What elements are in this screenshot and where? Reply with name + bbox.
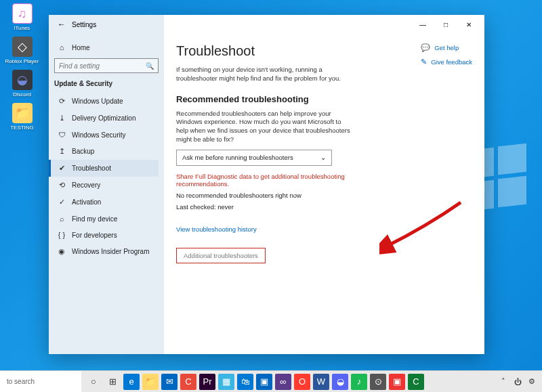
sidebar-item-troubleshoot[interactable]: ✔Troubleshoot — [49, 160, 159, 177]
help-icon: 💬 — [421, 43, 430, 52]
premiere-icon[interactable]: Pr — [199, 374, 215, 390]
right-links: 💬Get help ✎Give feedback — [421, 43, 472, 72]
no-recommended-text: No recommended troubleshooters right now — [176, 192, 472, 199]
give-feedback-link[interactable]: ✎Give feedback — [421, 58, 472, 66]
sidebar-item-find-my-device[interactable]: ⌕Find my device — [54, 211, 159, 227]
app3-icon[interactable]: ▣ — [389, 374, 405, 390]
steam-icon[interactable]: ⊙ — [370, 374, 386, 390]
desktop-icon-itunes[interactable]: ♫iTunes — [3, 3, 41, 31]
calc-icon[interactable]: ▦ — [218, 374, 234, 390]
troubleshoot-preference-select[interactable]: Ask me before running troubleshooters ⌄ — [176, 150, 332, 166]
last-checked-text: Last checked: never — [176, 203, 472, 211]
desktop: ♫iTunes ◇Roblox Player ◒Discord 📁TESTING — [3, 3, 41, 136]
window-title: Settings — [72, 21, 96, 28]
taskbar: ○ ⊞ e 📁 ✉ C Pr ▦ 🛍 ▣ ∞ O W ◒ ♪ ⊙ ▣ C ˄ ⏻… — [0, 370, 542, 392]
select-value: Ask me before running troubleshooters — [182, 154, 293, 161]
taskbar-search[interactable] — [0, 371, 81, 392]
sidebar-item-backup[interactable]: ↥Backup — [54, 143, 159, 160]
sidebar-item-label: Find my device — [72, 215, 117, 223]
activation-icon: ✓ — [57, 198, 66, 206]
sidebar-item-label: Troubleshoot — [72, 165, 111, 172]
shield-icon: 🛡 — [57, 131, 66, 139]
spotify-icon[interactable]: ♪ — [351, 374, 367, 390]
sync-icon: ⟳ — [57, 97, 66, 106]
developer-icon: { } — [57, 231, 66, 239]
additional-troubleshooters-link[interactable]: Additional troubleshooters — [176, 248, 266, 263]
opera-icon[interactable]: O — [294, 374, 310, 390]
tray-network-icon[interactable]: ⏻ — [512, 376, 524, 388]
chevron-down-icon: ⌄ — [320, 154, 326, 161]
content: Troubleshoot If something on your device… — [164, 34, 484, 354]
titlebar: ← Settings — □ ✕ — [49, 15, 484, 34]
tray-chevron-icon[interactable]: ˄ — [497, 376, 509, 388]
history-link[interactable]: View troubleshooting history — [176, 225, 472, 233]
desktop-icon-roblox[interactable]: ◇Roblox Player — [3, 37, 41, 64]
insider-icon: ◉ — [57, 247, 66, 256]
sidebar-item-delivery-optimization[interactable]: ⤓Delivery Optimization — [54, 110, 159, 127]
find-icon: ⌕ — [57, 215, 66, 223]
sidebar: ⌂Home 🔍 Update & Security ⟳Windows Updat… — [49, 34, 164, 354]
discord-taskbar-icon[interactable]: ◒ — [332, 374, 348, 390]
get-help-link[interactable]: 💬Get help — [421, 43, 472, 52]
settings-window: ← Settings — □ ✕ ⌂Home 🔍 Update & Securi… — [49, 15, 484, 354]
sidebar-item-windows-security[interactable]: 🛡Windows Security — [54, 127, 159, 143]
desktop-icon-testing[interactable]: 📁TESTING — [3, 103, 41, 131]
close-button[interactable]: ✕ — [457, 17, 480, 32]
store-icon[interactable]: 🛍 — [237, 374, 253, 390]
download-icon: ⤓ — [57, 114, 66, 123]
sidebar-item-activation[interactable]: ✓Activation — [54, 194, 159, 211]
search-input[interactable] — [59, 62, 146, 70]
app4-icon[interactable]: C — [408, 374, 424, 390]
sidebar-item-recovery[interactable]: ⟲Recovery — [54, 177, 159, 194]
cortana-icon[interactable]: ○ — [85, 374, 102, 390]
task-view-icon[interactable]: ⊞ — [104, 374, 121, 390]
sidebar-item-windows-insider[interactable]: ◉Windows Insider Program — [54, 243, 159, 260]
taskbar-apps: ○ ⊞ e 📁 ✉ C Pr ▦ 🛍 ▣ ∞ O W ◒ ♪ ⊙ ▣ C — [81, 374, 428, 390]
sidebar-item-for-developers[interactable]: { }For developers — [54, 227, 159, 243]
back-button[interactable]: ← — [54, 20, 69, 29]
recommended-text: Recommended troubleshooters can help imp… — [176, 110, 352, 144]
intro-text: If something on your device isn't workin… — [176, 66, 352, 83]
sidebar-item-label: Activation — [72, 198, 101, 206]
settings-gear-icon[interactable]: ⚙ — [526, 376, 538, 388]
section-header: Recommended troubleshooting — [176, 94, 472, 104]
troubleshoot-icon: ✔ — [57, 164, 66, 173]
sidebar-item-label: Windows Security — [72, 131, 125, 139]
feedback-icon: ✎ — [421, 58, 427, 66]
search-icon: 🔍 — [146, 62, 154, 70]
explorer-icon[interactable]: 📁 — [142, 374, 159, 390]
edge-icon[interactable]: e — [123, 374, 140, 390]
mail-icon[interactable]: ✉ — [161, 374, 178, 390]
sidebar-section-header: Update & Security — [54, 80, 159, 87]
sidebar-item-label: Windows Insider Program — [72, 248, 149, 255]
sidebar-item-label: Delivery Optimization — [72, 114, 136, 122]
word-icon[interactable]: W — [313, 374, 329, 390]
sidebar-item-label: For developers — [72, 232, 117, 239]
taskbar-search-input[interactable] — [7, 378, 93, 385]
backup-icon: ↥ — [57, 147, 66, 156]
sidebar-item-label: Backup — [72, 148, 94, 155]
app2-icon[interactable]: ▣ — [256, 374, 272, 390]
sidebar-item-label: Windows Update — [72, 97, 123, 105]
app-icon[interactable]: C — [180, 374, 196, 390]
sidebar-item-label: Home — [72, 44, 90, 51]
sidebar-home[interactable]: ⌂Home — [54, 39, 159, 56]
home-icon: ⌂ — [57, 43, 66, 51]
recovery-icon: ⟲ — [57, 181, 66, 190]
minimize-button[interactable]: — — [411, 17, 434, 32]
maximize-button[interactable]: □ — [434, 17, 457, 32]
sidebar-item-windows-update[interactable]: ⟳Windows Update — [54, 93, 159, 110]
sidebar-search[interactable]: 🔍 — [54, 58, 159, 73]
diagnostic-warning: Share Full Diagnostic data to get additi… — [176, 173, 352, 188]
sidebar-item-label: Recovery — [72, 181, 100, 189]
desktop-icon-discord[interactable]: ◒Discord — [3, 70, 41, 97]
vs-icon[interactable]: ∞ — [275, 374, 291, 390]
system-tray: ˄ ⏻ ⚙ — [497, 376, 542, 388]
